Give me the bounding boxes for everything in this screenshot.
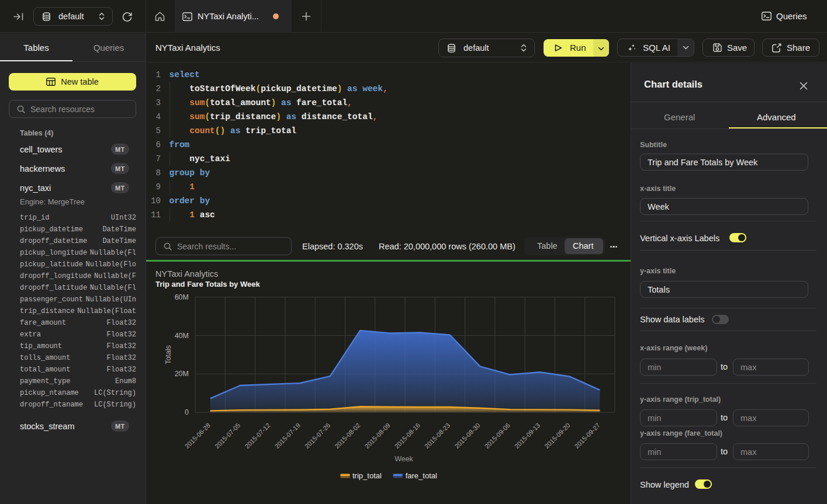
svg-text:Week: Week xyxy=(395,455,413,463)
svg-text:40M: 40M xyxy=(175,332,189,340)
svg-text:2015-08-16: 2015-08-16 xyxy=(393,422,421,450)
svg-text:Totals: Totals xyxy=(164,345,172,364)
svg-text:2015-08-23: 2015-08-23 xyxy=(423,422,451,450)
svg-text:2015-07-12: 2015-07-12 xyxy=(243,422,271,450)
svg-text:2015-08-09: 2015-08-09 xyxy=(364,422,392,450)
svg-text:2015-07-26: 2015-07-26 xyxy=(303,422,331,450)
svg-text:2015-09-27: 2015-09-27 xyxy=(573,422,601,450)
svg-text:0: 0 xyxy=(185,408,189,416)
svg-text:trip_total: trip_total xyxy=(352,471,382,480)
svg-text:2015-09-20: 2015-09-20 xyxy=(543,422,571,450)
svg-text:20M: 20M xyxy=(175,370,189,378)
svg-text:2015-08-02: 2015-08-02 xyxy=(333,422,361,450)
svg-text:2015-06-28: 2015-06-28 xyxy=(184,422,212,450)
svg-text:2015-08-30: 2015-08-30 xyxy=(453,422,481,450)
svg-text:2015-07-19: 2015-07-19 xyxy=(274,422,302,450)
svg-text:2015-07-05: 2015-07-05 xyxy=(213,422,241,450)
svg-text:2015-09-13: 2015-09-13 xyxy=(513,422,541,450)
svg-text:60M: 60M xyxy=(175,293,189,301)
svg-text:2015-09-06: 2015-09-06 xyxy=(483,422,511,450)
svg-text:fare_total: fare_total xyxy=(406,471,437,480)
